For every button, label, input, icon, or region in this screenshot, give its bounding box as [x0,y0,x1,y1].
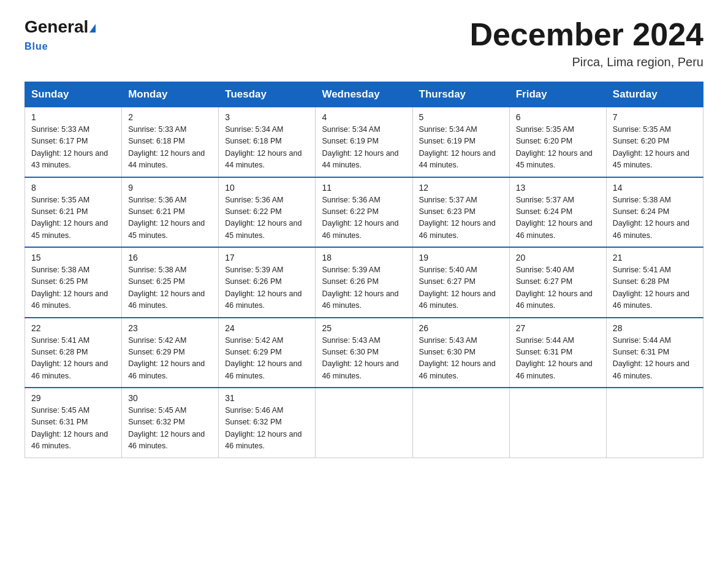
day-number: 1 [31,112,115,122]
day-number: 8 [31,183,115,193]
day-info: Sunrise: 5:45 AMSunset: 6:31 PMDaylight:… [31,405,115,453]
day-info: Sunrise: 5:42 AMSunset: 6:29 PMDaylight:… [128,335,212,383]
day-info: Sunrise: 5:41 AMSunset: 6:28 PMDaylight:… [31,335,115,383]
day-info: Sunrise: 5:38 AMSunset: 6:25 PMDaylight:… [128,264,212,312]
title-area: December 2024 Pirca, Lima region, Peru [469,18,703,69]
day-info: Sunrise: 5:33 AMSunset: 6:17 PMDaylight:… [31,124,115,172]
day-info: Sunrise: 5:41 AMSunset: 6:28 PMDaylight:… [613,264,697,312]
header-sunday: Sunday [25,82,122,107]
day-number: 7 [613,112,697,122]
day-number: 30 [128,393,212,403]
logo-triangle-icon [89,24,96,33]
calendar-week-row: 15Sunrise: 5:38 AMSunset: 6:25 PMDayligh… [25,247,703,318]
calendar-cell: 2Sunrise: 5:33 AMSunset: 6:18 PMDaylight… [122,107,219,177]
page-header: General Blue December 2024 Pirca, Lima r… [25,18,703,69]
day-info: Sunrise: 5:44 AMSunset: 6:31 PMDaylight:… [613,335,697,383]
calendar-cell: 31Sunrise: 5:46 AMSunset: 6:32 PMDayligh… [219,388,316,458]
day-info: Sunrise: 5:34 AMSunset: 6:19 PMDaylight:… [322,124,406,172]
calendar-cell: 26Sunrise: 5:43 AMSunset: 6:30 PMDayligh… [412,318,509,388]
calendar-header-row: SundayMondayTuesdayWednesdayThursdayFrid… [25,82,703,107]
day-number: 2 [128,112,212,122]
day-number: 20 [516,253,600,262]
calendar-cell: 9Sunrise: 5:36 AMSunset: 6:21 PMDaylight… [122,177,219,248]
month-title: December 2024 [469,18,703,50]
day-number: 12 [419,183,503,193]
calendar-cell: 30Sunrise: 5:45 AMSunset: 6:32 PMDayligh… [122,388,219,458]
calendar-cell: 1Sunrise: 5:33 AMSunset: 6:17 PMDaylight… [25,107,122,177]
header-monday: Monday [122,82,219,107]
day-info: Sunrise: 5:37 AMSunset: 6:24 PMDaylight:… [516,194,600,242]
calendar-cell: 29Sunrise: 5:45 AMSunset: 6:31 PMDayligh… [25,388,122,458]
header-saturday: Saturday [606,82,703,107]
day-number: 27 [516,323,600,333]
calendar-table: SundayMondayTuesdayWednesdayThursdayFrid… [25,82,703,458]
day-info: Sunrise: 5:39 AMSunset: 6:26 PMDaylight:… [322,264,406,312]
calendar-cell: 8Sunrise: 5:35 AMSunset: 6:21 PMDaylight… [25,177,122,248]
day-number: 13 [516,183,600,193]
calendar-cell: 6Sunrise: 5:35 AMSunset: 6:20 PMDaylight… [509,107,606,177]
day-info: Sunrise: 5:35 AMSunset: 6:20 PMDaylight:… [613,124,697,172]
day-info: Sunrise: 5:36 AMSunset: 6:22 PMDaylight:… [225,194,309,242]
day-number: 15 [31,253,115,262]
calendar-cell: 4Sunrise: 5:34 AMSunset: 6:19 PMDaylight… [316,107,412,177]
calendar-cell: 21Sunrise: 5:41 AMSunset: 6:28 PMDayligh… [606,247,703,318]
day-info: Sunrise: 5:39 AMSunset: 6:26 PMDaylight:… [225,264,309,312]
location: Pirca, Lima region, Peru [469,55,703,69]
calendar-cell: 20Sunrise: 5:40 AMSunset: 6:27 PMDayligh… [509,247,606,318]
calendar-cell: 14Sunrise: 5:38 AMSunset: 6:24 PMDayligh… [606,177,703,248]
calendar-cell [316,388,412,458]
day-info: Sunrise: 5:33 AMSunset: 6:18 PMDaylight:… [128,124,212,172]
day-number: 9 [128,183,212,193]
day-info: Sunrise: 5:36 AMSunset: 6:21 PMDaylight:… [128,194,212,242]
calendar-cell: 23Sunrise: 5:42 AMSunset: 6:29 PMDayligh… [122,318,219,388]
calendar-cell: 25Sunrise: 5:43 AMSunset: 6:30 PMDayligh… [316,318,412,388]
day-number: 6 [516,112,600,122]
day-number: 26 [419,323,503,333]
day-info: Sunrise: 5:38 AMSunset: 6:25 PMDaylight:… [31,264,115,312]
logo-text: General Blue [25,18,96,53]
logo-general: General [25,17,88,36]
day-info: Sunrise: 5:40 AMSunset: 6:27 PMDaylight:… [516,264,600,312]
calendar-week-row: 1Sunrise: 5:33 AMSunset: 6:17 PMDaylight… [25,107,703,177]
day-number: 10 [225,183,309,193]
day-info: Sunrise: 5:43 AMSunset: 6:30 PMDaylight:… [419,335,503,383]
day-info: Sunrise: 5:35 AMSunset: 6:21 PMDaylight:… [31,194,115,242]
calendar-cell: 27Sunrise: 5:44 AMSunset: 6:31 PMDayligh… [509,318,606,388]
day-number: 28 [613,323,697,333]
calendar-cell: 12Sunrise: 5:37 AMSunset: 6:23 PMDayligh… [412,177,509,248]
day-number: 16 [128,253,212,262]
day-number: 14 [613,183,697,193]
calendar-cell: 5Sunrise: 5:34 AMSunset: 6:19 PMDaylight… [412,107,509,177]
header-wednesday: Wednesday [316,82,412,107]
day-number: 25 [322,323,406,333]
calendar-cell: 18Sunrise: 5:39 AMSunset: 6:26 PMDayligh… [316,247,412,318]
day-info: Sunrise: 5:40 AMSunset: 6:27 PMDaylight:… [419,264,503,312]
calendar-week-row: 22Sunrise: 5:41 AMSunset: 6:28 PMDayligh… [25,318,703,388]
calendar-cell: 22Sunrise: 5:41 AMSunset: 6:28 PMDayligh… [25,318,122,388]
calendar-cell: 11Sunrise: 5:36 AMSunset: 6:22 PMDayligh… [316,177,412,248]
header-thursday: Thursday [412,82,509,107]
day-info: Sunrise: 5:46 AMSunset: 6:32 PMDaylight:… [225,405,309,453]
day-number: 29 [31,393,115,403]
day-number: 11 [322,183,406,193]
logo-blue: Blue [25,41,48,52]
calendar-cell [412,388,509,458]
calendar-cell: 28Sunrise: 5:44 AMSunset: 6:31 PMDayligh… [606,318,703,388]
calendar-cell: 10Sunrise: 5:36 AMSunset: 6:22 PMDayligh… [219,177,316,248]
day-info: Sunrise: 5:44 AMSunset: 6:31 PMDaylight:… [516,335,600,383]
day-number: 5 [419,112,503,122]
day-info: Sunrise: 5:42 AMSunset: 6:29 PMDaylight:… [225,335,309,383]
day-info: Sunrise: 5:45 AMSunset: 6:32 PMDaylight:… [128,405,212,453]
day-info: Sunrise: 5:37 AMSunset: 6:23 PMDaylight:… [419,194,503,242]
calendar-cell: 16Sunrise: 5:38 AMSunset: 6:25 PMDayligh… [122,247,219,318]
calendar-cell: 15Sunrise: 5:38 AMSunset: 6:25 PMDayligh… [25,247,122,318]
calendar-cell: 24Sunrise: 5:42 AMSunset: 6:29 PMDayligh… [219,318,316,388]
calendar-week-row: 8Sunrise: 5:35 AMSunset: 6:21 PMDaylight… [25,177,703,248]
calendar-cell: 17Sunrise: 5:39 AMSunset: 6:26 PMDayligh… [219,247,316,318]
day-info: Sunrise: 5:43 AMSunset: 6:30 PMDaylight:… [322,335,406,383]
day-info: Sunrise: 5:38 AMSunset: 6:24 PMDaylight:… [613,194,697,242]
day-info: Sunrise: 5:34 AMSunset: 6:18 PMDaylight:… [225,124,309,172]
calendar-cell: 13Sunrise: 5:37 AMSunset: 6:24 PMDayligh… [509,177,606,248]
calendar-cell: 7Sunrise: 5:35 AMSunset: 6:20 PMDaylight… [606,107,703,177]
day-number: 3 [225,112,309,122]
